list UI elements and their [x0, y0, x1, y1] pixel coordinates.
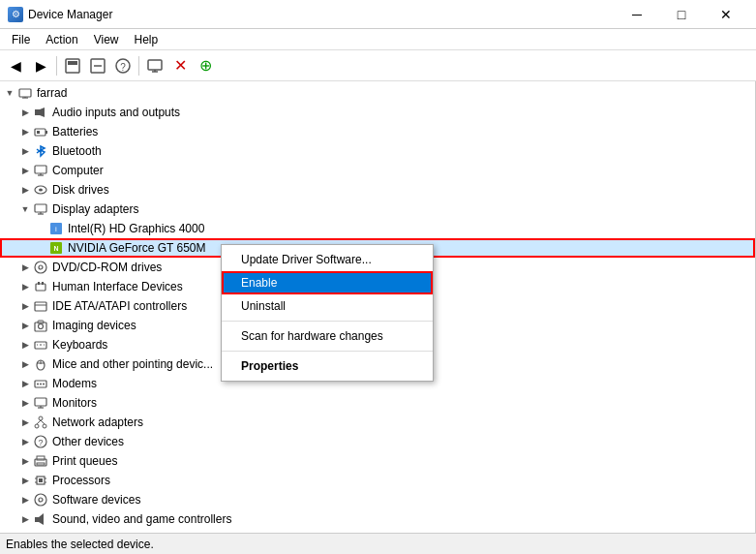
audio-icon	[33, 105, 48, 120]
modems-expand[interactable]: ▶	[17, 376, 33, 391]
svg-rect-36	[42, 282, 44, 285]
ctx-uninstall[interactable]: Uninstall	[222, 294, 433, 318]
svg-rect-16	[37, 131, 40, 134]
window-title: Device Manager	[28, 8, 615, 21]
ctx-enable[interactable]: Enable	[222, 271, 433, 294]
ctx-separator-1	[222, 321, 433, 322]
svg-text:?: ?	[120, 62, 126, 73]
software-icon	[33, 492, 48, 508]
ctx-properties[interactable]: Properties	[222, 354, 433, 378]
tree-item-batteries[interactable]: ▶ Batteries	[0, 122, 755, 141]
mice-expand[interactable]: ▶	[17, 356, 33, 372]
imaging-label: Imaging devices	[52, 319, 136, 332]
keyboards-expand[interactable]: ▶	[17, 337, 33, 353]
menu-action[interactable]: Action	[38, 31, 85, 48]
batteries-label: Batteries	[52, 125, 98, 138]
dvd-expand[interactable]: ▶	[17, 260, 33, 275]
toolbar-btn-1[interactable]	[61, 54, 84, 77]
keyboards-label: Keyboards	[52, 338, 107, 352]
menu-bar: File Action View Help	[0, 29, 756, 50]
bluetooth-expand[interactable]: ▶	[17, 143, 33, 159]
storage-expand[interactable]: ▶	[17, 531, 33, 533]
menu-help[interactable]: Help	[127, 31, 166, 48]
ide-icon	[33, 298, 48, 314]
tree-item-other[interactable]: ▶ ? Other devices	[0, 432, 755, 451]
app-icon: ⚙	[8, 7, 23, 22]
svg-line-60	[41, 420, 45, 424]
tree-item-proc[interactable]: ▶ Processors	[0, 471, 755, 490]
tree-item-sound[interactable]: ▶ Sound, video and game controllers	[0, 509, 755, 529]
toolbar-btn-remove[interactable]: ✕	[168, 54, 192, 77]
status-text: Enables the selected device.	[6, 538, 154, 551]
ctx-separator-2	[222, 351, 433, 352]
tree-item-disk[interactable]: ▶ Disk drives	[0, 180, 755, 200]
other-label: Other devices	[52, 435, 124, 448]
tree-item-print[interactable]: ▶ Print queues	[0, 451, 755, 471]
proc-expand[interactable]: ▶	[17, 473, 33, 488]
print-label: Print queues	[52, 454, 117, 468]
nvidia-label: NVIDIA GeForce GT 650M	[68, 241, 206, 255]
tree-item-monitors[interactable]: ▶ Monitors	[0, 393, 755, 413]
display-expand[interactable]: ▼	[17, 201, 33, 217]
imaging-expand[interactable]: ▶	[17, 318, 33, 333]
menu-view[interactable]: View	[86, 31, 127, 48]
network-icon	[33, 415, 48, 430]
svg-point-72	[35, 494, 46, 506]
toolbar-separator-1	[56, 56, 57, 76]
storage-icon	[33, 531, 48, 533]
svg-rect-9	[19, 89, 31, 97]
root-expand[interactable]: ▼	[2, 85, 17, 101]
tree-root[interactable]: ▼ farrad	[0, 83, 755, 103]
toolbar-btn-add[interactable]: ⊕	[194, 54, 217, 77]
audio-expand[interactable]: ▶	[17, 105, 33, 120]
tree-item-audio[interactable]: ▶ Audio inputs and outputs	[0, 103, 755, 122]
svg-rect-1	[68, 61, 77, 65]
svg-point-51	[40, 384, 42, 385]
tree-item-display[interactable]: ▼ Display adapters	[0, 200, 755, 219]
tree-item-computer[interactable]: ▶ Computer	[0, 161, 755, 180]
toolbar-btn-help[interactable]: ?	[111, 54, 135, 77]
network-label: Network adapters	[52, 416, 143, 429]
toolbar-btn-2[interactable]	[86, 54, 109, 77]
tree-item-intel[interactable]: i Intel(R) HD Graphics 4000	[0, 219, 755, 238]
monitors-expand[interactable]: ▶	[17, 395, 33, 411]
ctx-update[interactable]: Update Driver Software...	[222, 248, 433, 271]
disk-expand[interactable]: ▶	[17, 182, 33, 198]
tree-item-storage[interactable]: ▶ Storage controllers	[0, 529, 755, 533]
close-button[interactable]: ✕	[704, 0, 748, 29]
ide-expand[interactable]: ▶	[17, 298, 33, 314]
svg-rect-15	[45, 131, 47, 134]
print-expand[interactable]: ▶	[17, 453, 33, 469]
svg-rect-14	[35, 129, 45, 136]
svg-point-56	[39, 416, 43, 420]
audio-label: Audio inputs and outputs	[52, 106, 180, 119]
status-bar: Enables the selected device.	[0, 533, 756, 554]
menu-file[interactable]: File	[4, 31, 38, 48]
dvd-icon	[33, 260, 48, 275]
tree-item-software[interactable]: ▶ Software devices	[0, 490, 755, 509]
toolbar-btn-computer[interactable]	[143, 54, 166, 77]
other-expand[interactable]: ▶	[17, 434, 33, 449]
maximize-button[interactable]: □	[659, 0, 704, 29]
minimize-button[interactable]: ─	[615, 0, 659, 29]
toolbar-separator-2	[138, 56, 139, 76]
svg-rect-25	[35, 204, 46, 212]
svg-rect-12	[35, 109, 40, 115]
computer-expand[interactable]: ▶	[17, 163, 33, 178]
batteries-expand[interactable]: ▶	[17, 124, 33, 139]
bluetooth-label: Bluetooth	[52, 144, 102, 158]
ctx-scan[interactable]: Scan for hardware changes	[222, 324, 433, 348]
software-label: Software devices	[52, 493, 140, 507]
intel-label: Intel(R) HD Graphics 4000	[68, 222, 204, 235]
hid-label: Human Interface Devices	[52, 280, 183, 293]
sound-expand[interactable]: ▶	[17, 511, 33, 527]
hid-expand[interactable]: ▶	[17, 279, 33, 294]
back-button[interactable]: ◀	[4, 54, 27, 77]
mice-icon	[33, 356, 48, 372]
tree-item-bluetooth[interactable]: ▶ Bluetooth	[0, 141, 755, 161]
forward-button[interactable]: ▶	[29, 54, 52, 77]
software-expand[interactable]: ▶	[17, 492, 33, 508]
svg-rect-67	[39, 478, 43, 482]
network-expand[interactable]: ▶	[17, 415, 33, 430]
tree-item-network[interactable]: ▶ Network adapters	[0, 413, 755, 432]
